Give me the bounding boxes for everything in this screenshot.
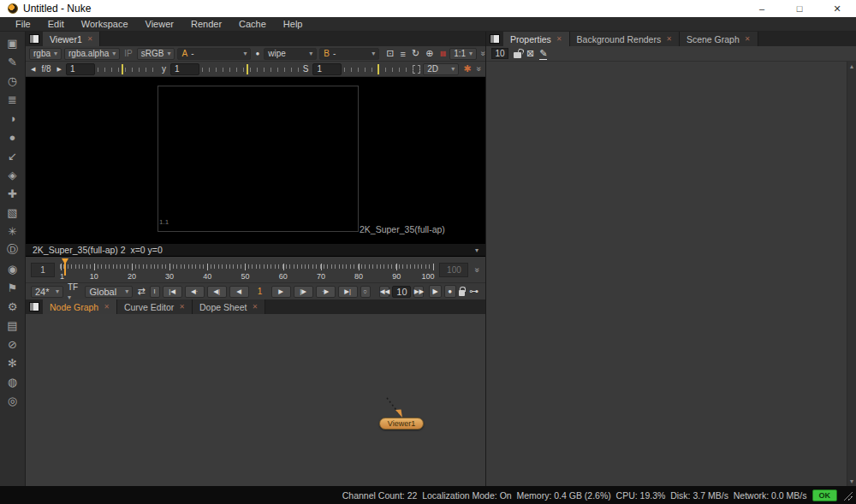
play-button[interactable]: ▶ (271, 286, 291, 298)
tab-scene-graph[interactable]: Scene Graph ✕ (680, 32, 758, 46)
toolbar-keyer-icon[interactable]: ↙ (3, 146, 23, 165)
flipbook-button[interactable]: ▶ (429, 285, 441, 298)
lock-range-icon[interactable] (459, 290, 465, 296)
tab-background-renders-close-icon[interactable]: ✕ (666, 35, 672, 43)
gamma-field[interactable]: 1 (170, 63, 199, 75)
tab-viewer1[interactable]: Viewer1 ✕ (43, 32, 100, 46)
gain-field[interactable]: 1 (66, 63, 95, 75)
tab-scene-graph-close-icon[interactable]: ✕ (745, 35, 751, 43)
roi-toggle-icon[interactable] (413, 65, 421, 74)
menu-workspace[interactable]: Workspace (73, 19, 137, 29)
zoom-dropdown[interactable]: 1:1 ▾ (449, 48, 477, 60)
gain-prev-icon[interactable]: ◀ (29, 66, 37, 73)
goto-start-button[interactable]: |◀ (163, 286, 182, 298)
toolbar-filter-icon[interactable]: ● (3, 127, 23, 146)
playback-mode-dropdown[interactable]: TF ▾ (66, 282, 82, 301)
increment-button[interactable]: ▶▶ (413, 286, 424, 298)
view-mode-dropdown[interactable]: 2D ▾ (423, 63, 459, 75)
gamma-slider[interactable] (202, 64, 299, 74)
fps-dropdown[interactable]: 24* ▾ (31, 286, 63, 298)
roi-center-icon[interactable]: ⊕ (424, 48, 435, 59)
toolbar-color-icon[interactable]: ◑ (3, 109, 23, 127)
close-button[interactable]: ✕ (818, 0, 856, 17)
tab-properties-close-icon[interactable]: ✕ (556, 35, 562, 43)
node-graph-canvas[interactable]: Viewer1 (26, 314, 485, 486)
saturation-field[interactable]: 1 (312, 63, 342, 75)
panel-layout-icon[interactable] (490, 34, 500, 44)
saturation-slider[interactable] (344, 64, 409, 74)
play-backward-button[interactable]: ◀ (229, 286, 249, 298)
loop-button[interactable]: ○ (360, 286, 371, 298)
tab-dope-sheet-close-icon[interactable]: ✕ (252, 303, 258, 311)
collapse-timeline-icon[interactable]: » (473, 267, 483, 272)
toolbar-time-icon[interactable]: ◷ (3, 71, 23, 90)
toolbar-plugin3-icon[interactable]: ◍ (3, 372, 23, 391)
wipe-dropdown[interactable]: wipe ▾ (264, 48, 317, 60)
viewer1-node[interactable]: Viewer1 (379, 418, 424, 430)
toolbar-channel-icon[interactable]: ≣ (3, 90, 23, 109)
gamut-warning-icon[interactable]: ✱ (461, 63, 473, 74)
playhead[interactable] (62, 258, 69, 277)
toolbar-deep-icon[interactable]: Ⓓ (3, 240, 23, 259)
tab-node-graph[interactable]: Node Graph ✕ (43, 299, 117, 314)
tab-node-graph-close-icon[interactable]: ✕ (104, 303, 110, 311)
goto-end-button[interactable]: ▶| (338, 286, 358, 298)
frame-range-out-field[interactable]: 100 (439, 263, 468, 277)
a-input-dropdown[interactable]: A - ▾ (177, 48, 251, 60)
scroll-up-icon[interactable]: ▴ (850, 62, 853, 70)
properties-scrollbar[interactable]: ▴ ▾ (847, 62, 856, 486)
max-panels-field[interactable]: 10 (491, 48, 508, 59)
layer-dropdown[interactable]: rgba.alpha ▾ (64, 48, 120, 60)
cycle-mode-icon[interactable]: ⇄ (135, 286, 146, 297)
stereo-rows-icon[interactable]: ≡ (399, 49, 407, 59)
timeline-ruler[interactable]: 1 10 20 30 40 50 60 70 80 90 100 (60, 258, 434, 281)
input-process-button[interactable]: IP (122, 49, 134, 58)
toolbar-metadata-icon[interactable]: ⚑ (3, 278, 23, 297)
increment-field[interactable]: 10 (392, 286, 411, 298)
pause-icon[interactable]: ▮▮ (437, 50, 447, 57)
toolbar-image-icon[interactable]: ▣ (3, 33, 23, 52)
panel-layout-icon[interactable] (29, 302, 39, 311)
toolbar-draw-icon[interactable]: ✎ (3, 52, 23, 71)
gain-next-icon[interactable]: ▶ (56, 66, 63, 73)
edit-mode-icon[interactable]: ✎ (539, 48, 547, 60)
panel-layout-icon[interactable] (29, 34, 39, 44)
refresh-icon[interactable]: ↻ (410, 48, 421, 59)
decrement-button[interactable]: ◀◀ (379, 286, 389, 298)
next-keyframe-button[interactable]: ·▶ (316, 286, 336, 298)
toolbar-plugin1-icon[interactable]: ⊘ (3, 335, 23, 353)
toolbar-particles-icon[interactable]: ✳ (3, 222, 23, 240)
scroll-down-icon[interactable]: ▾ (850, 477, 853, 485)
menu-render[interactable]: Render (182, 19, 230, 29)
menu-file[interactable]: File (7, 19, 39, 29)
prev-keyframe-button[interactable]: ◀· (185, 286, 205, 298)
toolbar-transform-icon[interactable]: ✚ (3, 184, 23, 203)
toolbar-merge-icon[interactable]: ◈ (3, 165, 23, 184)
step-forward-button[interactable]: |▶ (294, 286, 313, 298)
maximize-button[interactable]: □ (781, 0, 818, 17)
menu-help[interactable]: Help (275, 19, 312, 29)
clear-panels-icon[interactable]: ⊠ (526, 48, 534, 59)
tab-viewer1-close-icon[interactable]: ✕ (87, 35, 93, 43)
range-lock-button[interactable]: I (150, 286, 160, 298)
toolbar-3d-icon[interactable]: ▧ (3, 203, 23, 222)
tab-dope-sheet[interactable]: Dope Sheet ✕ (193, 299, 265, 314)
range-dropdown[interactable]: Global ▾ (85, 286, 133, 298)
render-button[interactable]: ● (444, 285, 456, 298)
toolbar-plugin2-icon[interactable]: ✻ (3, 353, 23, 372)
viewer-canvas[interactable]: 1.1 2K_Super_35(full-ap) (26, 77, 485, 244)
toolbar-toolsets-icon[interactable]: ⚙ (3, 297, 23, 316)
menu-viewer[interactable]: Viewer (137, 19, 182, 29)
gain-slider[interactable] (98, 64, 158, 74)
tab-curve-editor-close-icon[interactable]: ✕ (179, 303, 185, 311)
unlock-panels-icon[interactable] (514, 52, 521, 58)
tab-curve-editor[interactable]: Curve Editor ✕ (117, 299, 193, 314)
frame-range-in-field[interactable]: 1 (31, 263, 55, 277)
b-input-dropdown[interactable]: B - ▾ (319, 48, 379, 60)
tab-background-renders[interactable]: Background Renders ✕ (570, 32, 680, 46)
current-frame-field[interactable]: 1 (252, 287, 269, 296)
toolbar-views-icon[interactable]: ◉ (3, 259, 23, 278)
monitor-out-icon[interactable]: ⊡ (384, 48, 395, 59)
minimize-button[interactable]: – (743, 0, 781, 17)
resize-grip[interactable] (842, 490, 853, 501)
